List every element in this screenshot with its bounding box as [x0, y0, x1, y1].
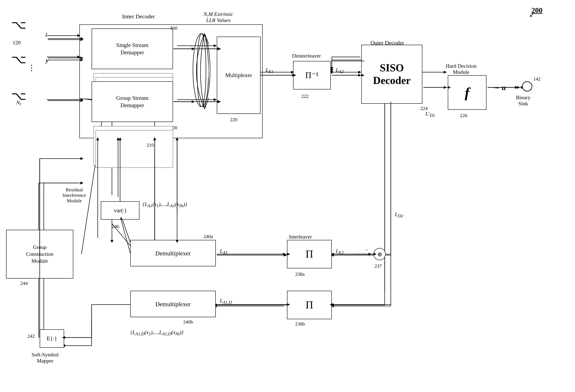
label-1: 1: [45, 32, 48, 38]
extrinsic-llr-symbol: [192, 32, 209, 111]
residual-interference-label: ResidualInterferenceModule: [49, 187, 100, 203]
set-label-bot: {LA1,D(x1),...,LA1,D(xNt)}: [130, 329, 184, 336]
svg-line-148: [121, 219, 130, 253]
svg-marker-50: [330, 67, 333, 70]
svg-marker-87: [330, 69, 333, 72]
ref-240a: 240a: [204, 234, 213, 239]
label-120: 120: [13, 40, 21, 46]
dots-signal: ⋮: [205, 77, 212, 86]
extrinsic-llr-label: N,M ExtrinsicLLR Values: [204, 11, 233, 23]
group-construction-module: GroupConstructionModule: [6, 230, 73, 279]
label-LA1D: LA1,D: [220, 298, 232, 305]
ref-300: 300: [170, 25, 177, 31]
soft-symbol-mapper-label: Soft-SymbolMapper: [32, 352, 59, 364]
ref-244: 244: [20, 281, 28, 286]
demultiplexer-b: Demultiplexer: [130, 291, 216, 317]
deinterleaver: Π⁻¹: [293, 61, 331, 89]
output-circle: [522, 81, 532, 91]
hard-decision-block: f: [448, 75, 486, 110]
ref-142: 142: [533, 76, 541, 82]
svg-marker-39: [111, 240, 113, 243]
var-module: var(·): [101, 201, 140, 219]
group-stream-demapper: Group StreamDemapper: [92, 81, 173, 122]
hard-decision-label: Hard DecisionModule: [446, 63, 477, 75]
label-LD2: LD2: [395, 212, 403, 218]
ref-237: 237: [375, 263, 382, 269]
svg-marker-143: [330, 71, 333, 74]
label-LD2prime: L′D2: [425, 111, 435, 118]
svg-marker-147: [517, 86, 520, 89]
svg-marker-21: [368, 253, 371, 256]
dots-vertical: ⋮: [27, 63, 36, 73]
label-LE2: LE2: [336, 248, 344, 255]
svg-marker-56: [444, 86, 447, 89]
demultiplexer-a: Demultiplexer: [130, 240, 216, 266]
ref-222: 222: [301, 93, 309, 99]
svg-marker-58: [515, 86, 518, 89]
label-LA2: LA2: [336, 67, 344, 74]
deinterleaver-label: Deinterleaver: [292, 53, 321, 59]
ref-238b: 238b: [295, 321, 305, 327]
ref-238a: 238a: [295, 271, 305, 277]
ref-224: 224: [420, 106, 428, 111]
svg-marker-54: [358, 74, 361, 77]
svg-marker-13: [358, 71, 361, 74]
label-Nr: Nr: [16, 100, 22, 107]
summing-junction: ⊕: [374, 248, 386, 260]
diagram-container: 200 ↙ ⌥ 120 1 ⋮ ⌥ y ⌥ Nr Inner Decoder S…: [0, 0, 575, 392]
svg-marker-102: [80, 157, 83, 160]
set-label-top: {LA1(x1),...,LA1(xNt)}: [143, 201, 187, 208]
svg-marker-78: [80, 182, 83, 184]
antenna-top: ⌥: [11, 18, 26, 31]
arrow-200: ↙: [529, 11, 534, 18]
single-stream-demapper: Single StreamDemapper: [92, 28, 173, 69]
svg-marker-65: [284, 254, 287, 257]
minus-sign: −: [365, 247, 368, 253]
ref-242: 242: [27, 333, 35, 339]
ref-210: 210: [146, 142, 154, 148]
inner-decoder-label: Inner Decoder: [122, 13, 155, 20]
ref-226: 226: [460, 113, 467, 118]
ref-220: 220: [230, 117, 237, 122]
binary-sink-label: BinarySink: [516, 95, 530, 107]
siso-decoder: SISODecoder: [361, 45, 422, 104]
output-u: → u: [493, 83, 506, 92]
multiplexer: Multiplexer: [217, 37, 261, 114]
interleaver-a: Π: [287, 240, 332, 268]
ref-240b: 240b: [183, 319, 193, 325]
expectation-module: E{·}: [40, 329, 64, 348]
antenna-mid: ⌥: [11, 53, 26, 66]
interleaver-b: Π: [287, 291, 332, 319]
label-LA1: LA1: [220, 248, 228, 255]
ref-246: 246: [112, 224, 119, 229]
svg-marker-25: [283, 253, 286, 256]
label-LE1: LE1: [266, 67, 274, 74]
interleaver-label: Interleaver: [289, 234, 312, 240]
label-y: y: [46, 57, 48, 64]
